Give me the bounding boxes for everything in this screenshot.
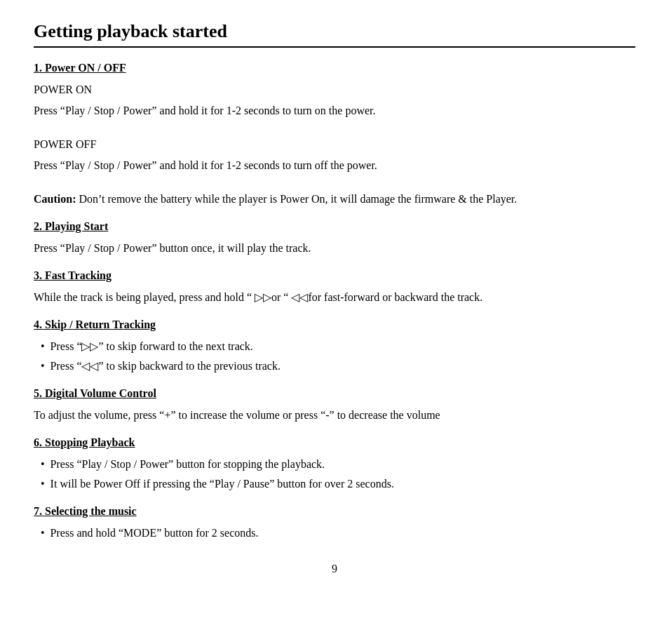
power-off-text: Press “Play / Stop / Power” and hold it … [34,157,635,174]
playing-start-text: Press “Play / Stop / Power” button once,… [34,240,635,257]
section-heading-2: 2. Playing Start [34,220,635,233]
page-number: 9 [34,563,635,575]
stop-button-text: Press “Play / Stop / Power” button for s… [50,456,325,473]
section-heading-7: 7. Selecting the music [34,505,635,518]
list-item: Press “◁◁” to skip backward to the previ… [41,358,635,375]
page-title: Getting playback started [34,21,635,48]
section-volume-control: 5. Digital Volume Control To adjust the … [34,387,635,424]
skip-return-list: Press “▷▷” to skip forward to the next t… [34,338,635,375]
section-heading-6: 6. Stopping Playback [34,436,635,449]
volume-control-text: To adjust the volume, press “+” to incre… [34,407,635,424]
section-playing-start: 2. Playing Start Press “Play / Stop / Po… [34,220,635,257]
power-on-label: POWER ON [34,81,635,98]
power-on-text: Press “Play / Stop / Power” and hold it … [34,102,635,119]
skip-backward-text: Press “◁◁” to skip backward to the previ… [50,358,281,375]
list-item: Press “Play / Stop / Power” button for s… [41,456,635,473]
section-stopping-playback: 6. Stopping Playback Press “Play / Stop … [34,436,635,492]
fast-tracking-text: While the track is being played, press a… [34,289,635,306]
caution-body: Don’t remove the battery while the playe… [76,193,517,205]
section-power-on-off: 1. Power ON / OFF POWER ON Press “Play /… [34,62,635,208]
skip-forward-text: Press “▷▷” to skip forward to the next t… [50,338,253,355]
section-heading-4: 4. Skip / Return Tracking [34,318,635,331]
content-area: 1. Power ON / OFF POWER ON Press “Play /… [34,62,635,542]
list-item: Press “▷▷” to skip forward to the next t… [41,338,635,355]
section-fast-tracking: 3. Fast Tracking While the track is bein… [34,269,635,306]
list-item: Press and hold “MODE” button for 2 secon… [41,525,635,542]
section-selecting-music: 7. Selecting the music Press and hold “M… [34,505,635,542]
power-off-pause-text: It will be Power Off if pressing the “Pl… [50,476,394,492]
caution-text: Caution: Don’t remove the battery while … [34,191,635,208]
mode-button-text: Press and hold “MODE” button for 2 secon… [50,525,259,542]
section-skip-return: 4. Skip / Return Tracking Press “▷▷” to … [34,318,635,375]
list-item: It will be Power Off if pressing the “Pl… [41,476,635,492]
power-off-label: POWER OFF [34,136,635,153]
selecting-music-list: Press and hold “MODE” button for 2 secon… [34,525,635,542]
stopping-playback-list: Press “Play / Stop / Power” button for s… [34,456,635,492]
section-heading-3: 3. Fast Tracking [34,269,635,282]
caution-label: Caution: [34,193,76,205]
section-heading-1: 1. Power ON / OFF [34,62,635,74]
section-heading-5: 5. Digital Volume Control [34,387,635,400]
